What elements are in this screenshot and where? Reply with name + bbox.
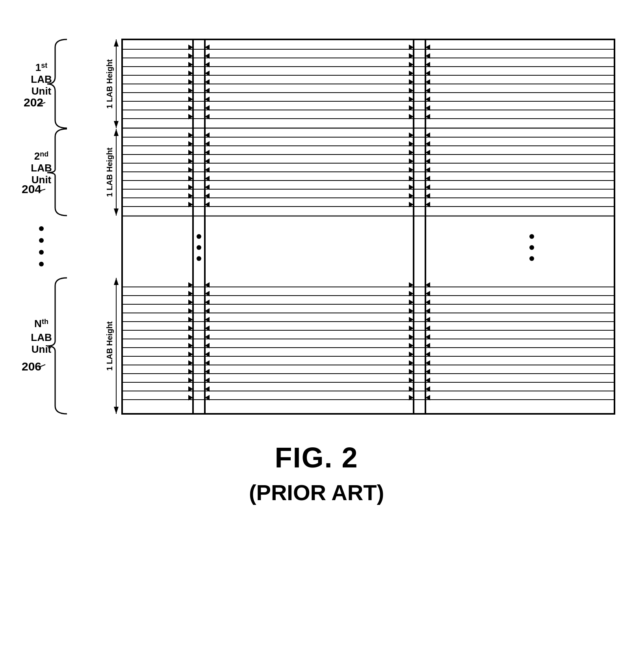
svg-point-105 [529, 245, 534, 250]
svg-text:1 LAB Height: 1 LAB Height [105, 59, 114, 109]
svg-point-101 [197, 234, 201, 239]
svg-marker-194 [114, 278, 119, 285]
page: 1 LAB Height 1 LAB Height 1 LAB Height 1… [0, 0, 633, 672]
svg-text:LAB: LAB [31, 331, 52, 343]
svg-point-106 [529, 256, 534, 261]
svg-text:Unit: Unit [32, 343, 52, 355]
svg-text:2nd: 2nd [34, 150, 48, 162]
svg-text:Unit: Unit [32, 85, 52, 97]
main-diagram: 1 LAB Height 1 LAB Height 1 LAB Height 1… [0, 28, 633, 441]
svg-text:204: 204 [22, 182, 41, 195]
svg-marker-190 [114, 129, 119, 136]
svg-text:Nth: Nth [34, 318, 48, 329]
svg-point-207 [39, 226, 44, 231]
svg-point-104 [529, 234, 534, 239]
svg-point-102 [197, 245, 201, 250]
svg-text:1st: 1st [35, 61, 47, 73]
svg-marker-195 [114, 407, 119, 414]
svg-text:1 LAB Height: 1 LAB Height [105, 147, 114, 197]
svg-marker-186 [114, 39, 119, 47]
figure-caption: FIG. 2 (PRIOR ART) [0, 441, 633, 505]
svg-text:1 LAB Height: 1 LAB Height [105, 321, 114, 371]
figure-title: FIG. 2 [0, 441, 633, 474]
svg-point-208 [39, 238, 44, 243]
svg-text:206: 206 [22, 360, 41, 373]
svg-text:LAB: LAB [31, 73, 52, 85]
svg-text:LAB: LAB [31, 162, 52, 174]
svg-point-210 [39, 262, 44, 266]
svg-rect-0 [122, 39, 614, 414]
figure-subtitle: (PRIOR ART) [0, 480, 633, 505]
svg-marker-191 [114, 208, 119, 216]
svg-point-209 [39, 250, 44, 255]
svg-text:202: 202 [24, 96, 43, 109]
svg-marker-187 [114, 121, 119, 128]
svg-point-103 [197, 256, 201, 261]
